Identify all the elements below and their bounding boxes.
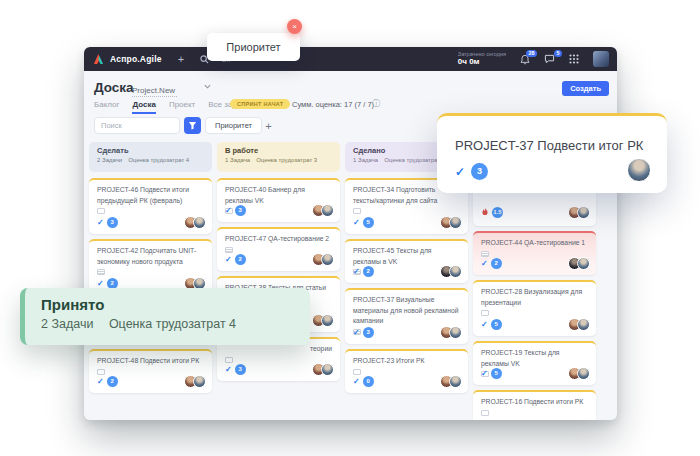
assignee-avatars — [568, 367, 590, 380]
effort-estimate: Оценка трудозатрат 4 — [109, 317, 236, 331]
description-icon — [225, 357, 233, 363]
assignee-avatars — [312, 363, 334, 376]
description-icon — [481, 410, 489, 416]
check-icon: ✓ — [225, 206, 232, 215]
effort-estimate: Оценка трудозатрат 3 — [256, 157, 317, 163]
search-input[interactable] — [94, 117, 180, 134]
estimate-badge: 2 — [363, 266, 374, 277]
task-card[interactable]: PROJECT-23 Итоги РК✓0 — [345, 349, 468, 393]
description-icon — [97, 369, 105, 375]
description-icon — [97, 269, 105, 275]
task-card[interactable]: PROJECT-16 Подвести итоги РК✓ — [473, 390, 596, 420]
quick-add-button[interactable]: + — [178, 53, 184, 65]
card-footer: ✓0 — [353, 375, 462, 388]
app-window: Аспро.Agile + Сп Затрачено сегодня 0ч 0м… — [84, 47, 617, 420]
info-icon[interactable]: ⓘ — [372, 98, 380, 109]
description-icon — [481, 310, 489, 316]
avatar — [321, 204, 334, 217]
avatar — [449, 216, 462, 229]
task-count: 1 Задача — [353, 157, 378, 163]
avatar — [193, 375, 206, 388]
assignee-avatars — [184, 375, 206, 388]
assignee-avatars — [568, 257, 590, 270]
task-card[interactable]: PROJECT-19 Тексты для рекламы VK✓5 — [473, 341, 596, 385]
add-filter-button[interactable]: + — [260, 117, 277, 134]
task-card[interactable]: PROJECT-37 Визуальные материалы для ново… — [345, 288, 468, 344]
task-card[interactable]: PROJECT-45 Тексты для рекламы в VK✓2 — [345, 239, 468, 283]
tab-1[interactable]: Баклог — [94, 100, 119, 114]
task-card[interactable]: PROJECT-42 Подсчитать UNIT-экономику нов… — [89, 239, 212, 295]
task-title: теории — [225, 344, 332, 355]
check-icon: ✓ — [353, 267, 360, 276]
card-footer: ✓5 — [353, 216, 462, 229]
chevron-down-icon — [204, 84, 211, 89]
assignee-avatars — [568, 318, 590, 331]
card-footer: ✓2 — [97, 375, 206, 388]
card-footer: ✓3 — [97, 216, 206, 229]
task-card[interactable]: PROJECT-40 Баннер для рекламы VK✓3 — [217, 178, 340, 222]
task-title: PROJECT-47 QA-тестирование 2 — [225, 234, 332, 245]
avatar — [449, 265, 462, 278]
column-subtitle: 1 ЗадачаОценка трудозатрат 3 — [225, 157, 332, 163]
avatar — [577, 257, 590, 270]
estimate-badge: 1.5 — [492, 207, 503, 218]
task-card[interactable]: PROJECT-44 QA-тестирование 1✓2 — [473, 231, 596, 275]
check-icon: ✓ — [481, 320, 488, 329]
avatar — [449, 326, 462, 339]
priority-filter-chip[interactable]: Приоритет — [205, 117, 262, 134]
avatar — [321, 314, 334, 327]
tab-2[interactable]: Доска — [132, 100, 155, 114]
card-footer: ✓5 — [481, 367, 590, 380]
assignee-avatars — [440, 326, 462, 339]
task-title: PROJECT-40 Баннер для рекламы VK — [225, 185, 332, 206]
task-title: PROJECT-46 Подвести итоги предыдущей РК … — [97, 185, 204, 206]
tooltip-close-button[interactable]: × — [287, 19, 302, 34]
assignee-avatars — [440, 216, 462, 229]
task-count: 1 Задача — [225, 157, 250, 163]
estimate-badge: 3 — [235, 364, 246, 375]
sprint-status-badge: СПРИНТ НАЧАТ — [230, 99, 290, 109]
task-card[interactable]: PROJECT-46 Подвести итоги предыдущей РК … — [89, 178, 212, 234]
filter-button[interactable] — [184, 117, 201, 134]
task-card[interactable]: PROJECT-47 QA-тестирование 2✓2 — [217, 227, 340, 271]
project-selector[interactable]: Project.New — [132, 86, 177, 97]
notifications-button[interactable]: 28 — [520, 54, 530, 65]
time-spent-label: Затрачено сегодня — [458, 51, 506, 58]
card-footer: ✓2 — [225, 253, 334, 266]
check-icon: ✓ — [481, 369, 488, 378]
check-icon: ✓ — [353, 377, 360, 386]
task-callout-card[interactable]: PROJECT-37 Подвести итог РК ✓ 3 — [437, 113, 667, 193]
check-icon: ✓ — [455, 165, 465, 179]
task-card[interactable]: PROJECT-48 Подвести итоги РК✓2 — [89, 349, 212, 393]
avatar — [321, 363, 334, 376]
description-icon — [97, 208, 105, 214]
check-icon: ✓ — [225, 255, 232, 264]
page-title: Доска — [94, 80, 134, 95]
task-title: PROJECT-28 Визуализация для презентации — [481, 287, 588, 308]
assignee-avatars — [568, 206, 590, 219]
task-callout-title: PROJECT-37 Подвести итог РК — [455, 138, 643, 153]
tab-3[interactable]: Проект — [169, 100, 195, 114]
check-icon: ✓ — [353, 328, 360, 337]
column-1: Сделать2 ЗадачиОценка трудозатрат 4PROJE… — [89, 142, 212, 398]
estimate-badge: 2 — [235, 254, 246, 265]
apps-menu-button[interactable] — [569, 54, 579, 64]
description-icon — [225, 247, 233, 253]
estimate-badge: 3 — [363, 327, 374, 338]
create-button[interactable]: Создать — [562, 81, 609, 96]
task-card[interactable]: PROJECT-28 Визуализация для презентации✓… — [473, 280, 596, 336]
app-logo-icon — [92, 53, 105, 66]
card-footer: ✓3 — [225, 204, 334, 217]
notification-badge: 28 — [526, 50, 537, 57]
avatar — [321, 253, 334, 266]
chat-badge: 5 — [554, 50, 562, 57]
card-footer: 1.5 — [481, 203, 590, 221]
user-avatar[interactable] — [593, 51, 609, 67]
card-footer: ✓2 — [353, 265, 462, 278]
avatar — [577, 318, 590, 331]
time-tracker: Затрачено сегодня 0ч 0м — [458, 51, 506, 68]
estimate-badge: 5 — [363, 217, 374, 228]
assignee-avatars — [184, 216, 206, 229]
chat-button[interactable]: 5 — [544, 54, 555, 64]
estimate-badge: 3 — [471, 163, 488, 180]
